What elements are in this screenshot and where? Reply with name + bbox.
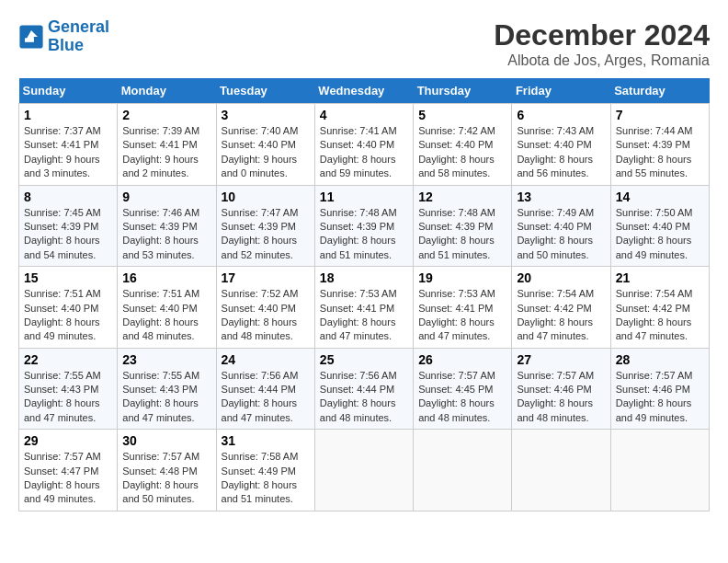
day-number: 14 xyxy=(616,190,704,204)
sunrise-label: Sunrise: xyxy=(616,370,653,381)
daylight-label: Daylight: xyxy=(320,316,359,327)
sunset-label: Sunset: xyxy=(517,303,551,314)
daylight-label: Daylight: xyxy=(24,154,63,165)
day-number: 28 xyxy=(616,352,704,367)
sunrise-time: 7:53 AM xyxy=(459,288,495,299)
logo-icon xyxy=(18,24,44,50)
sunset-label: Sunset: xyxy=(222,303,256,314)
day-number: 3 xyxy=(222,108,310,122)
calendar-week-3: 15 Sunrise: 7:51 AM Sunset: 4:40 PM Dayl… xyxy=(19,267,710,349)
sunrise-label: Sunrise: xyxy=(418,125,455,136)
sunset-time: 4:40 PM xyxy=(258,139,296,150)
page-header: General Blue December 2024 Albota de Jos… xyxy=(18,18,710,69)
calendar-cell: 7 Sunrise: 7:44 AM Sunset: 4:39 PM Dayli… xyxy=(610,104,709,186)
day-info: Sunrise: 7:37 AM Sunset: 4:41 PM Dayligh… xyxy=(24,124,112,181)
sunrise-time: 7:50 AM xyxy=(655,207,692,218)
sunrise-time: 7:57 AM xyxy=(63,451,100,462)
sunset-time: 4:41 PM xyxy=(61,139,98,150)
calendar-cell: 29 Sunrise: 7:57 AM Sunset: 4:47 PM Dayl… xyxy=(19,430,118,511)
sunset-time: 4:41 PM xyxy=(357,303,394,314)
sunset-label: Sunset: xyxy=(24,384,58,395)
sunrise-label: Sunrise: xyxy=(320,207,357,218)
day-info: Sunrise: 7:57 AM Sunset: 4:48 PM Dayligh… xyxy=(122,450,210,507)
day-number: 1 xyxy=(24,108,112,122)
sunrise-label: Sunrise: xyxy=(320,125,357,136)
calendar-cell: 23 Sunrise: 7:55 AM Sunset: 4:43 PM Dayl… xyxy=(118,348,216,430)
calendar-cell: 14 Sunrise: 7:50 AM Sunset: 4:40 PM Dayl… xyxy=(610,185,709,267)
day-info: Sunrise: 7:56 AM Sunset: 4:44 PM Dayligh… xyxy=(320,369,408,426)
sunrise-time: 7:57 AM xyxy=(163,451,199,462)
sunrise-label: Sunrise: xyxy=(418,288,455,299)
calendar-cell: 30 Sunrise: 7:57 AM Sunset: 4:48 PM Dayl… xyxy=(118,430,216,511)
sunrise-label: Sunrise: xyxy=(24,370,61,381)
daylight-label: Daylight: xyxy=(320,235,359,246)
daylight-label: Daylight: xyxy=(320,154,359,165)
sunset-time: 4:48 PM xyxy=(160,465,198,477)
sunrise-label: Sunrise: xyxy=(222,370,258,381)
daylight-label: Daylight: xyxy=(24,479,63,490)
sunrise-time: 7:48 AM xyxy=(359,207,396,218)
sunset-time: 4:40 PM xyxy=(554,221,592,232)
sunset-label: Sunset: xyxy=(24,139,58,150)
sunset-time: 4:39 PM xyxy=(160,221,198,232)
daylight-label: Daylight: xyxy=(616,235,655,246)
sunrise-time: 7:46 AM xyxy=(163,207,199,218)
daylight-label: Daylight: xyxy=(24,397,63,408)
calendar-cell: 9 Sunrise: 7:46 AM Sunset: 4:39 PM Dayli… xyxy=(118,185,216,267)
sunset-label: Sunset: xyxy=(320,139,354,150)
day-info: Sunrise: 7:51 AM Sunset: 4:40 PM Dayligh… xyxy=(24,287,112,344)
daylight-label: Daylight: xyxy=(616,397,655,408)
day-info: Sunrise: 7:57 AM Sunset: 4:46 PM Dayligh… xyxy=(616,369,704,426)
daylight-label: Daylight: xyxy=(418,154,458,165)
sunset-label: Sunset: xyxy=(222,221,256,232)
calendar-cell: 5 Sunrise: 7:42 AM Sunset: 4:40 PM Dayli… xyxy=(414,104,512,186)
day-number: 8 xyxy=(24,190,112,204)
daylight-label: Daylight: xyxy=(418,397,458,408)
calendar-cell: 1 Sunrise: 7:37 AM Sunset: 4:41 PM Dayli… xyxy=(19,104,118,186)
day-number: 30 xyxy=(122,433,210,448)
calendar-cell: 16 Sunrise: 7:51 AM Sunset: 4:40 PM Dayl… xyxy=(118,267,216,349)
sunrise-time: 7:49 AM xyxy=(557,207,594,218)
day-header-wednesday: Wednesday xyxy=(314,78,413,104)
sunset-time: 4:39 PM xyxy=(61,221,98,232)
sunrise-time: 7:51 AM xyxy=(163,288,199,299)
day-number: 12 xyxy=(418,190,506,204)
sunset-time: 4:46 PM xyxy=(554,384,592,395)
daylight-label: Daylight: xyxy=(122,479,162,490)
sunrise-time: 7:41 AM xyxy=(359,125,396,136)
day-info: Sunrise: 7:49 AM Sunset: 4:40 PM Dayligh… xyxy=(517,206,605,263)
daylight-label: Daylight: xyxy=(517,397,556,408)
sunset-label: Sunset: xyxy=(222,139,256,150)
logo-line1: General xyxy=(48,17,109,36)
daylight-label: Daylight: xyxy=(222,316,261,327)
day-number: 9 xyxy=(122,190,210,204)
sunset-label: Sunset: xyxy=(24,465,58,477)
sunset-time: 4:47 PM xyxy=(61,465,98,477)
sunrise-label: Sunrise: xyxy=(418,207,455,218)
sunset-label: Sunset: xyxy=(616,221,650,232)
sunrise-label: Sunrise: xyxy=(517,288,553,299)
calendar-cell: 4 Sunrise: 7:41 AM Sunset: 4:40 PM Dayli… xyxy=(314,104,413,186)
day-number: 21 xyxy=(616,270,704,285)
sunset-label: Sunset: xyxy=(222,384,256,395)
sunrise-time: 7:54 AM xyxy=(655,288,692,299)
sunrise-time: 7:43 AM xyxy=(557,125,594,136)
sunset-time: 4:42 PM xyxy=(653,303,690,314)
day-header-tuesday: Tuesday xyxy=(216,78,314,104)
sunrise-label: Sunrise: xyxy=(24,125,61,136)
title-block: December 2024 Albota de Jos, Arges, Roma… xyxy=(494,18,710,69)
calendar-header-row: SundayMondayTuesdayWednesdayThursdayFrid… xyxy=(19,78,710,104)
sunset-time: 4:40 PM xyxy=(653,221,690,232)
day-number: 4 xyxy=(320,108,408,122)
sunrise-time: 7:42 AM xyxy=(459,125,495,136)
daylight-label: Daylight: xyxy=(222,235,261,246)
day-number: 29 xyxy=(24,433,112,448)
sunrise-time: 7:57 AM xyxy=(655,370,692,381)
daylight-label: Daylight: xyxy=(517,154,556,165)
logo-line2: Blue xyxy=(48,36,84,54)
day-info: Sunrise: 7:57 AM Sunset: 4:46 PM Dayligh… xyxy=(517,369,605,426)
day-number: 19 xyxy=(418,270,506,285)
sunrise-time: 7:45 AM xyxy=(63,207,100,218)
calendar-cell: 24 Sunrise: 7:56 AM Sunset: 4:44 PM Dayl… xyxy=(216,348,314,430)
daylight-label: Daylight: xyxy=(418,235,458,246)
